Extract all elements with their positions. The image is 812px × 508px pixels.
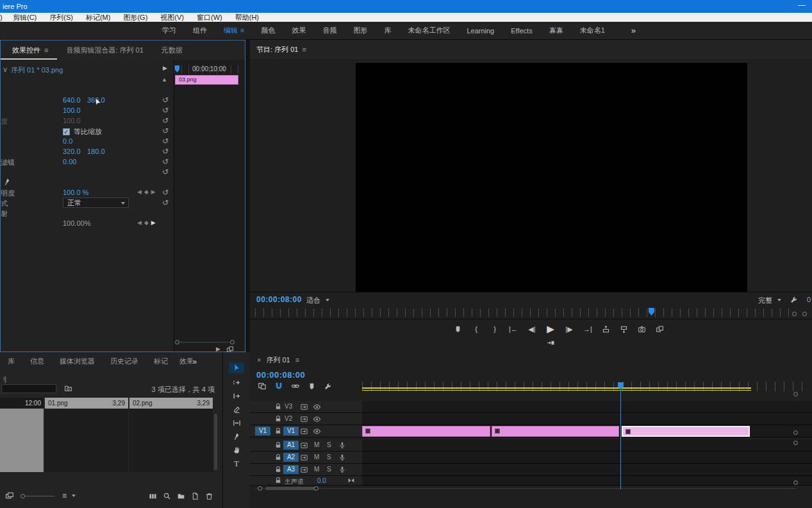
workspace-tab-color[interactable]: 颜色 (253, 26, 283, 35)
reset-rotation-button[interactable]: ↺ (162, 137, 169, 146)
tab-markers[interactable]: 标记 (146, 351, 176, 371)
track-height-knob[interactable] (793, 430, 798, 435)
solo-button[interactable]: S (327, 441, 331, 448)
tab-history[interactable]: 历史记录 (103, 351, 146, 371)
track-lane-a2[interactable] (362, 452, 812, 464)
sync-lock-icon[interactable] (300, 403, 308, 411)
track-lane-master[interactable] (362, 476, 812, 486)
item-preview[interactable] (45, 409, 128, 472)
master-level-value[interactable]: 0.0 (317, 477, 326, 484)
work-area-bar[interactable] (362, 387, 751, 391)
add-marker-icon[interactable] (454, 325, 462, 334)
track-target-a2[interactable]: A2 (283, 453, 299, 462)
panel-menu-icon[interactable]: ≡ (302, 46, 306, 53)
slip-tool[interactable] (229, 419, 244, 427)
track-label-v2[interactable]: V2 (285, 415, 292, 422)
kf-next-icon[interactable]: ▶ (151, 219, 158, 226)
timeline-clip-1[interactable] (362, 426, 490, 437)
reset-position-button[interactable]: ↺ (162, 96, 169, 105)
list-view-icon[interactable] (5, 491, 14, 500)
tab-media-browser[interactable]: 媒体浏览器 (52, 351, 103, 371)
export-frame-icon[interactable] (638, 325, 646, 334)
zoom-slider-track[interactable] (25, 496, 54, 496)
kf-add-icon[interactable]: ◆ (144, 219, 151, 226)
track-eye-icon[interactable] (313, 427, 321, 436)
project-item[interactable]: 01.png 3,29 (45, 398, 128, 409)
collapse-chevron-icon[interactable]: ∨ (3, 65, 8, 74)
position-x-value[interactable]: 640.0 (63, 96, 81, 104)
zoom-handle-left[interactable] (258, 486, 262, 491)
find-icon[interactable] (163, 492, 171, 500)
kf-prev-icon[interactable]: ◀ (137, 189, 144, 195)
kf-add-icon[interactable]: ◆ (144, 189, 151, 195)
zoom-scroll-thumb[interactable] (265, 487, 317, 490)
collapse-up-icon[interactable]: ▲ (162, 76, 167, 83)
workspace-tab-custom[interactable]: 寡寡 (541, 26, 572, 35)
tab-effects-clipped[interactable]: 效果 (176, 351, 192, 371)
goto-out-button[interactable]: →| (583, 325, 592, 333)
voiceover-mic-icon[interactable] (338, 453, 346, 461)
tab-libraries[interactable]: 库 (0, 351, 22, 371)
comparison-view-icon[interactable] (656, 325, 664, 334)
panel-overflow-button[interactable]: » (192, 357, 197, 366)
linked-selection-icon[interactable] (291, 382, 300, 391)
opacity-value[interactable]: 100.0 % (63, 189, 88, 196)
play-audio-icon[interactable]: ▶ (216, 346, 220, 352)
new-item-icon[interactable] (191, 492, 199, 500)
nest-toggle-icon[interactable] (258, 382, 267, 391)
lock-icon[interactable] (274, 403, 282, 411)
track-lane-v1[interactable] (362, 425, 812, 437)
menu-markers[interactable]: 标记(M) (79, 13, 117, 22)
blend-mode-dropdown[interactable]: 正常 (63, 198, 129, 208)
project-scrollbar[interactable] (214, 414, 217, 470)
sync-lock-icon[interactable] (300, 415, 308, 423)
pen-tool[interactable] (229, 432, 244, 441)
lock-icon[interactable] (274, 466, 282, 473)
panel-menu-icon[interactable]: ≡ (295, 356, 299, 364)
tab-effect-controls[interactable]: 效果控件≡ (1, 40, 57, 60)
track-target-a3[interactable]: A3 (283, 465, 299, 474)
step-forward-button[interactable]: |▶ (565, 325, 574, 334)
timeline-timecode[interactable]: 00:00:08:00 (256, 370, 305, 380)
workspace-tab-graphics[interactable]: 图形 (345, 26, 376, 35)
sync-lock-icon[interactable] (300, 453, 308, 462)
program-video-display[interactable] (356, 63, 747, 292)
fit-bowtie-icon[interactable] (347, 477, 355, 484)
workspace-menu-icon[interactable]: ≡ (240, 26, 244, 34)
track-lane-a3[interactable] (362, 464, 812, 476)
tab-audio-clip-mixer[interactable]: 音频剪辑混合器: 序列 01 (57, 40, 152, 60)
workspace-tab-unnamed-workspace[interactable]: 未命名工作区 (399, 26, 458, 35)
ec-clip-bar[interactable]: 03.png (175, 75, 238, 85)
uniform-scale-checkbox[interactable]: ✓ (63, 128, 70, 135)
lock-icon[interactable] (274, 441, 282, 449)
tab-metadata[interactable]: 元数据 (153, 40, 192, 60)
overwrite-icon[interactable] (547, 339, 555, 347)
sync-lock-icon[interactable] (300, 427, 308, 436)
track-height-knob[interactable] (793, 392, 798, 396)
settings-wrench-icon[interactable] (790, 296, 798, 304)
track-select-tool[interactable] (229, 378, 244, 387)
close-sequence-button[interactable]: × (257, 356, 261, 364)
workspace-tab-unnamed1[interactable]: 未命名1 (572, 26, 613, 35)
project-item-thumbnail[interactable] (0, 409, 44, 472)
mute-button[interactable]: M (314, 453, 319, 461)
extract-icon[interactable] (620, 325, 628, 334)
type-tool[interactable]: T (229, 459, 244, 468)
workspace-tab-effects-en[interactable]: Effects (502, 27, 540, 35)
reset-opacity-button[interactable]: ↺ (162, 167, 169, 176)
workspace-tab-libraries[interactable]: 库 (376, 26, 399, 35)
reset-scale-button[interactable]: ↺ (162, 106, 169, 115)
menu-clip[interactable]: 剪辑(C) (6, 13, 43, 22)
zoom-slider-knob[interactable] (21, 494, 25, 498)
snap-icon[interactable] (274, 382, 283, 391)
clear-trash-icon[interactable] (205, 492, 213, 500)
sync-lock-icon[interactable] (300, 466, 308, 474)
zoom-handle-right[interactable] (314, 486, 319, 491)
play-button[interactable]: ▶ (546, 323, 555, 335)
sort-icon[interactable]: ≡ (62, 491, 67, 500)
track-height-knob[interactable] (793, 480, 798, 485)
ripple-edit-tool[interactable] (229, 392, 244, 400)
reset-scale-width-button[interactable]: ↺ (162, 116, 169, 125)
reset-uniform-scale-button[interactable]: ↺ (162, 126, 169, 135)
workspace-tab-effects-cn[interactable]: 效果 (283, 26, 314, 35)
